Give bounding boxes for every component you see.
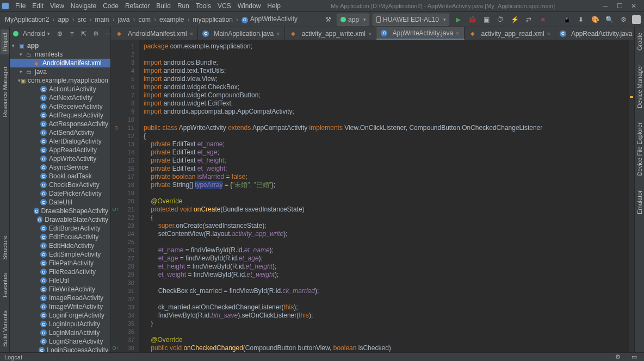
tree-item[interactable]: CAlertDialogActivity [10, 137, 110, 146]
tree-item[interactable]: CFileUtil [10, 276, 110, 285]
menu-window[interactable]: Window [234, 1, 264, 11]
code-line[interactable]: et_weight = findViewById(R.id.et_weight)… [144, 271, 629, 279]
tree-arrow-icon[interactable]: ▾ [20, 69, 25, 74]
code-line[interactable]: super.onCreate(savedInstanceState); [144, 222, 629, 230]
code-line[interactable]: import android.text.TextUtils; [144, 67, 629, 75]
menu-tools[interactable]: Tools [193, 1, 214, 11]
minimize-button[interactable]: ─ [602, 2, 609, 10]
menu-help[interactable]: Help [264, 1, 284, 11]
breadcrumb-item[interactable]: com [137, 15, 152, 24]
tree-item[interactable]: CActionUriActivity [10, 85, 110, 94]
tree-item[interactable]: CEditFocusActivity [10, 233, 110, 241]
attach-debugger-button[interactable]: ⇄ [523, 14, 534, 25]
code-line[interactable]: { [144, 214, 629, 222]
tree-item[interactable]: ▾🗀java [10, 67, 110, 76]
tree-item[interactable]: CAsyncService [10, 163, 110, 172]
profile-button[interactable]: ⏱ [495, 14, 506, 25]
tree-item[interactable]: CDateUtil [10, 198, 110, 207]
editor-tab[interactable]: ◆activity_app_write.xml× [285, 27, 377, 40]
tree-item[interactable]: CLoginForgetActivity [10, 311, 110, 320]
code-line[interactable]: } [144, 320, 629, 328]
code-line[interactable] [144, 238, 629, 246]
breadcrumb-item[interactable]: java [116, 15, 131, 24]
run-button[interactable]: ▶ [453, 14, 463, 25]
tree-item[interactable]: CEditBorderActivity [10, 224, 110, 233]
breadcrumb-item[interactable]: CAppWriteActivity [240, 15, 299, 24]
editor-tab[interactable]: ◆activity_app_read.xml× [465, 27, 556, 40]
project-tree[interactable]: ▾▣app▾🗀manifests◆AndroidManifest.xml▾🗀ja… [10, 40, 110, 352]
code-line[interactable]: @Override [144, 336, 629, 344]
tree-arrow-icon[interactable]: ▾ [12, 43, 17, 48]
usage-gutter-icon[interactable]: ⊙ [112, 124, 119, 130]
apply-changes-button[interactable]: ⚡ [509, 14, 520, 25]
tree-item[interactable]: CDrawableStateActivity [10, 215, 110, 224]
tree-item[interactable]: ◆AndroidManifest.xml [10, 59, 110, 67]
resource-manager-icon[interactable]: 🎨 [590, 14, 600, 25]
code-editor[interactable]: 1234567891011⊙12131415161718192021O↑2223… [111, 40, 634, 352]
tree-item[interactable]: CActReceiveActivity [10, 102, 110, 111]
gutter[interactable]: 1234567891011⊙12131415161718192021O↑2223… [111, 40, 139, 352]
tree-item[interactable]: ▾▣app [10, 41, 110, 50]
code-line[interactable]: import android.view.View; [144, 75, 629, 83]
avd-manager-icon[interactable]: 📱 [561, 14, 572, 25]
menu-file[interactable]: File [12, 1, 29, 11]
tree-item[interactable]: CLoginInputActivity [10, 320, 110, 328]
collapse-all-icon[interactable]: ⇱ [78, 28, 89, 39]
tree-item[interactable]: CActResponseActivity [10, 120, 110, 128]
code-line[interactable] [144, 279, 629, 287]
sdk-manager-icon[interactable]: ⬇ [575, 14, 586, 25]
tree-item[interactable]: CLoginShareActivity [10, 337, 110, 346]
run-config-selector[interactable]: app [337, 14, 369, 26]
code-line[interactable]: private EditText et_name; [144, 140, 629, 148]
code-line[interactable]: private EditText et_age; [144, 148, 629, 157]
tab-close-icon[interactable]: × [190, 30, 193, 37]
code-line[interactable]: package com.example.myapplication; [144, 42, 629, 51]
emulator-tool-tab[interactable]: Emulator [635, 187, 644, 217]
editor-tab[interactable]: ◆AndroidManifest.xml× [111, 27, 198, 40]
code-line[interactable]: et_age = findViewById(R.id.et_age); [144, 254, 629, 263]
close-button[interactable]: ✕ [630, 2, 637, 10]
tab-close-icon[interactable]: × [276, 30, 280, 37]
expand-all-icon[interactable]: ≡ [66, 28, 77, 39]
breadcrumb-item[interactable]: src [76, 15, 88, 24]
tree-item[interactable]: ▾🗀manifests [10, 50, 110, 59]
tree-item[interactable]: CDrawableShapeActivity [10, 207, 110, 215]
menu-view[interactable]: View [47, 1, 67, 11]
override-gutter-icon[interactable]: O↑ [112, 344, 119, 351]
code-line[interactable]: public void onCheckedChanged(CompoundBut… [144, 344, 629, 352]
code-line[interactable]: @Override [144, 197, 629, 206]
code-line[interactable] [144, 51, 629, 59]
editor-tab[interactable]: CAppReadActivity.java× [555, 27, 634, 40]
code-line[interactable] [144, 116, 629, 124]
code-line[interactable]: findViewById(R.id.btn_save).setOnClickLi… [144, 312, 629, 320]
tree-arrow-icon[interactable]: ▾ [20, 52, 25, 57]
maximize-button[interactable]: ☐ [616, 2, 623, 10]
code-line[interactable]: private boolean isMarried = false; [144, 173, 629, 181]
code-line[interactable]: et_name = findViewById(R.id.et_name); [144, 246, 629, 254]
menu-build[interactable]: Build [153, 1, 174, 11]
tree-item[interactable]: ▾▣com.example.myapplication [10, 76, 110, 85]
code-line[interactable] [144, 189, 629, 197]
tree-item[interactable]: CFileReadActivity [10, 267, 110, 276]
code-line[interactable]: import androidx.appcompat.app.AppCompatA… [144, 108, 629, 116]
device-manager-tool-tab[interactable]: Device Manager [635, 61, 644, 111]
menu-navigate[interactable]: Navigate [67, 1, 100, 11]
tree-item[interactable]: CEditSimpleActivity [10, 250, 110, 259]
build-hammer-icon[interactable]: ⚒ [323, 14, 333, 25]
code-line[interactable] [144, 295, 629, 303]
coverage-button[interactable]: ▣ [481, 14, 492, 25]
code-line[interactable]: private EditText et_weight; [144, 165, 629, 173]
device-selector[interactable]: HUAWEI EDI-AL10 [373, 14, 449, 26]
favorites-tool-tab[interactable]: Favorites [1, 270, 9, 301]
select-opened-file-icon[interactable]: ⊕ [54, 28, 65, 39]
user-icon[interactable] [632, 15, 641, 24]
debug-button[interactable]: 🐞 [467, 14, 478, 25]
code-line[interactable]: setContentView(R.layout.activity_app_wri… [144, 230, 629, 238]
code-line[interactable]: import android.widget.CheckBox; [144, 83, 629, 91]
status-menu-icon[interactable]: ▭ [629, 352, 640, 362]
tree-item[interactable]: CBookLoadTask [10, 172, 110, 180]
menu-code[interactable]: Code [100, 1, 122, 11]
code-line[interactable]: et_height = findViewById(R.id.et_height)… [144, 263, 629, 271]
menu-edit[interactable]: Edit [29, 1, 47, 11]
breadcrumb-item[interactable]: app [56, 15, 70, 24]
